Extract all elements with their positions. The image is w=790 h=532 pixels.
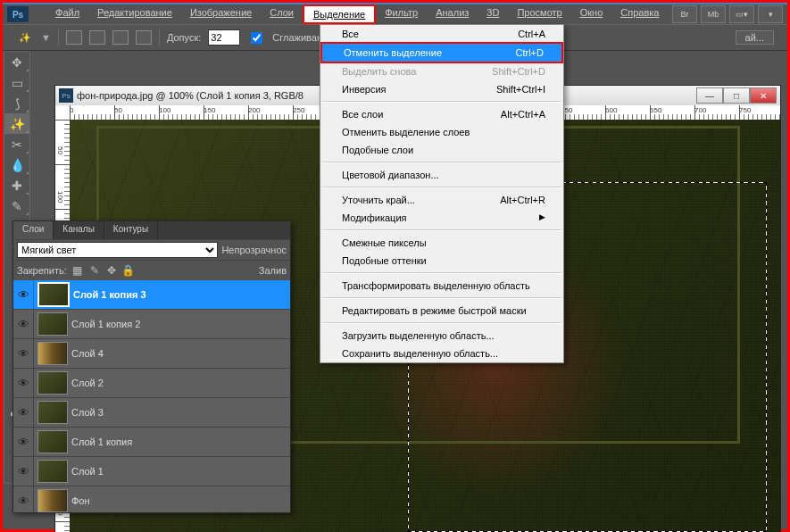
visibility-toggle-icon[interactable]: 👁 <box>13 339 34 368</box>
menu-редактирование[interactable]: Редактирование <box>88 4 181 24</box>
menu-item-12[interactable]: Модификация▶ <box>320 209 563 227</box>
menu-item-1[interactable]: Отменить выделениеCtrl+D <box>322 44 561 62</box>
visibility-toggle-icon[interactable]: 👁 <box>13 398 34 427</box>
menu-item-5[interactable]: Все слоиAlt+Ctrl+A <box>320 105 563 123</box>
blend-mode-select[interactable]: Мягкий свет <box>17 242 218 258</box>
visibility-toggle-icon[interactable]: 👁 <box>13 457 34 486</box>
menu-фильтр[interactable]: Фильтр <box>376 4 427 24</box>
refine-edge-button[interactable]: ай... <box>736 30 774 45</box>
bridge-button[interactable]: Br <box>672 5 697 23</box>
menu-item-3[interactable]: ИнверсияShift+Ctrl+I <box>320 80 563 98</box>
subtract-selection-icon[interactable] <box>112 30 129 45</box>
lock-paint-icon[interactable]: ✎ <box>87 263 102 278</box>
brush-tool[interactable]: ✎ <box>4 195 29 216</box>
layer-thumbnail[interactable] <box>37 401 68 424</box>
layer-row[interactable]: 👁Слой 4 <box>13 339 290 369</box>
menu-item-17[interactable]: Трансформировать выделенную область <box>320 277 563 295</box>
workspace-button[interactable]: ▾ <box>758 5 783 23</box>
menu-item-9[interactable]: Цветовой диапазон... <box>320 166 563 184</box>
menu-bar: Ps ФайлРедактированиеИзображениеСлоиВыде… <box>3 4 787 24</box>
menu-item-21[interactable]: Загрузить выделенную область... <box>320 327 563 345</box>
visibility-toggle-icon[interactable]: 👁 <box>13 369 34 397</box>
move-tool[interactable]: ✥ <box>4 52 29 72</box>
layer-thumbnail[interactable] <box>37 460 68 483</box>
visibility-toggle-icon[interactable]: 👁 <box>13 280 34 309</box>
layer-name[interactable]: Слой 1 копия <box>71 436 132 447</box>
layer-row[interactable]: 👁Слой 1 копия 3 <box>13 280 290 310</box>
layer-row[interactable]: 👁Слой 1 копия <box>13 428 290 457</box>
layer-row[interactable]: 👁Слой 2 <box>13 369 290 398</box>
menu-слои[interactable]: Слои <box>261 4 303 24</box>
lock-all-icon[interactable]: 🔒 <box>121 263 136 278</box>
menu-файл[interactable]: Файл <box>46 4 88 24</box>
layer-name[interactable]: Слой 1 копия 2 <box>71 319 140 329</box>
panel-tab-0[interactable]: Слои <box>13 221 54 239</box>
maximize-button[interactable]: □ <box>723 87 750 104</box>
app-logo: Ps <box>7 6 29 22</box>
layer-name[interactable]: Слой 1 <box>71 466 104 477</box>
menu-просмотр[interactable]: Просмотр <box>508 4 570 24</box>
menu-item-0[interactable]: ВсеCtrl+A <box>320 25 563 43</box>
menu-item-2: Выделить сноваShift+Ctrl+D <box>320 62 563 80</box>
lock-position-icon[interactable]: ✥ <box>104 263 119 278</box>
close-button[interactable]: ✕ <box>750 87 777 104</box>
lock-label: Закрепить: <box>17 265 67 276</box>
lasso-tool[interactable]: ⟆ <box>4 93 29 113</box>
menu-выделение[interactable]: Выделение <box>303 4 376 24</box>
menu-item-6[interactable]: Отменить выделение слоев <box>320 123 563 141</box>
opacity-label: Непрозрачнос <box>221 245 287 255</box>
panel-tab-1[interactable]: Каналы <box>54 221 104 239</box>
minibridge-button[interactable]: Mb <box>701 5 726 23</box>
layer-row[interactable]: 👁Слой 3 <box>13 398 290 428</box>
menu-item-19[interactable]: Редактировать в режиме быстрой маски <box>320 302 563 320</box>
menu-окно[interactable]: Окно <box>571 4 612 24</box>
lock-transparency-icon[interactable]: ▦ <box>71 263 85 278</box>
menu-item-22[interactable]: Сохранить выделенную область... <box>320 345 563 362</box>
add-selection-icon[interactable] <box>89 30 105 45</box>
magic-wand-indicator-icon: ✨ <box>16 29 34 46</box>
screen-mode-button[interactable]: ▭▾ <box>729 5 754 23</box>
magic-wand-tool[interactable]: ✨ <box>4 113 29 134</box>
menu-анализ[interactable]: Анализ <box>427 4 478 24</box>
layer-thumbnail[interactable] <box>37 489 68 512</box>
crop-tool[interactable]: ✂ <box>4 134 29 154</box>
panel-tab-2[interactable]: Контуры <box>104 221 158 239</box>
layer-thumbnail[interactable] <box>37 430 68 453</box>
new-selection-icon[interactable] <box>66 30 82 45</box>
document-title: фон-природа.jpg @ 100% (Слой 1 копия 3, … <box>77 90 304 101</box>
layer-thumbnail[interactable] <box>37 371 68 395</box>
layer-thumbnail[interactable] <box>37 342 68 365</box>
menu-item-14[interactable]: Смежные пикселы <box>320 234 563 252</box>
layer-thumbnail[interactable] <box>37 312 68 336</box>
layer-name[interactable]: Слой 2 <box>71 378 104 388</box>
layer-name[interactable]: Фон <box>71 495 90 506</box>
eyedropper-tool[interactable]: 💧 <box>4 154 29 175</box>
menu-item-7[interactable]: Подобные слои <box>320 141 563 159</box>
healing-tool[interactable]: ✚ <box>4 175 29 195</box>
fill-label: Залив <box>259 265 287 276</box>
minimize-button[interactable]: — <box>696 87 723 104</box>
intersect-selection-icon[interactable] <box>136 30 152 45</box>
ps-file-icon: Ps <box>59 88 73 103</box>
layer-name[interactable]: Слой 1 копия 3 <box>73 289 146 300</box>
layer-row[interactable]: 👁Фон <box>13 486 290 512</box>
menu-item-11[interactable]: Уточнить край...Alt+Ctrl+R <box>320 191 563 209</box>
menu-справка[interactable]: Справка <box>611 4 668 24</box>
menu-3d[interactable]: 3D <box>478 4 508 24</box>
menu-изображение[interactable]: Изображение <box>181 4 261 24</box>
layer-row[interactable]: 👁Слой 1 копия 2 <box>13 310 290 339</box>
layer-name[interactable]: Слой 3 <box>71 407 104 418</box>
menu-item-15[interactable]: Подобные оттенки <box>320 252 563 270</box>
tolerance-label: Допуск: <box>167 32 201 43</box>
marquee-tool[interactable]: ▭ <box>4 72 29 93</box>
visibility-toggle-icon[interactable]: 👁 <box>13 310 34 338</box>
visibility-toggle-icon[interactable]: 👁 <box>13 486 34 512</box>
antialias-checkbox[interactable] <box>251 32 262 44</box>
layer-thumbnail[interactable] <box>37 282 70 307</box>
layer-row[interactable]: 👁Слой 1 <box>13 457 290 486</box>
layers-panel: СлоиКаналыКонтуры Мягкий свет Непрозрачн… <box>12 220 291 513</box>
tolerance-input[interactable] <box>208 29 240 46</box>
layer-name[interactable]: Слой 4 <box>71 348 104 359</box>
visibility-toggle-icon[interactable]: 👁 <box>13 428 34 456</box>
selection-menu-dropdown: ВсеCtrl+AОтменить выделениеCtrl+DВыделит… <box>320 24 564 363</box>
